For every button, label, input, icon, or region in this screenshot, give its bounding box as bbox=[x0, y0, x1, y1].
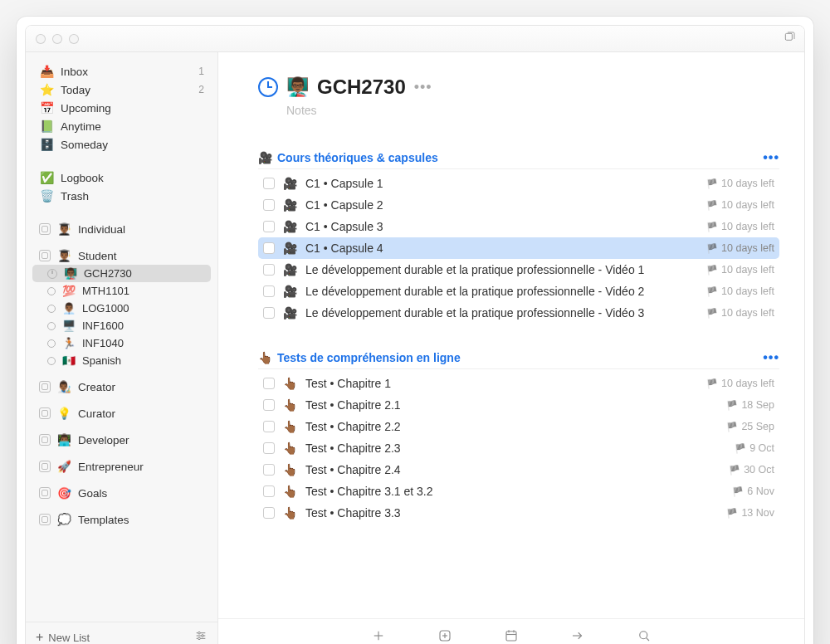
task-row[interactable]: 🎥 C1 • Capsule 4 🏴10 days left bbox=[258, 237, 779, 259]
sidebar-project-mth1101[interactable]: 💯 MTH1101 bbox=[32, 282, 211, 300]
bottom-toolbar bbox=[218, 618, 804, 644]
task-checkbox[interactable] bbox=[263, 421, 275, 432]
area-emoji: 💭 bbox=[57, 513, 71, 526]
window-zoom-button[interactable] bbox=[69, 34, 79, 44]
task-checkbox[interactable] bbox=[263, 442, 275, 454]
sidebar-item-count: 2 bbox=[198, 84, 204, 95]
sidebar-footer: +New List bbox=[26, 622, 217, 644]
sidebar-item-someday[interactable]: 🗄️ Someday bbox=[32, 135, 211, 154]
window-close-button[interactable] bbox=[36, 34, 46, 44]
new-heading-button[interactable] bbox=[437, 627, 453, 644]
sidebar-item-today[interactable]: ⭐ Today 2 bbox=[32, 80, 211, 99]
sidebar-project-inf1600[interactable]: 🖥️ INF1600 bbox=[32, 317, 211, 334]
sidebar-item-inbox[interactable]: 📥 Inbox 1 bbox=[32, 62, 211, 80]
today-icon: ⭐ bbox=[39, 83, 54, 96]
task-checkbox[interactable] bbox=[263, 242, 275, 254]
task-emoji: 👆🏾 bbox=[283, 506, 297, 520]
sidebar-item-trash[interactable]: 🗑️ Trash bbox=[32, 187, 211, 205]
section-heading[interactable]: 🎥Cours théoriques & capsules ••• bbox=[258, 147, 779, 169]
settings-icon[interactable] bbox=[194, 629, 208, 644]
sidebar-project-spanish[interactable]: 🇲🇽 Spanish bbox=[32, 352, 211, 369]
flag-icon: 🏴 bbox=[706, 378, 718, 389]
task-row[interactable]: 👆🏾 Test • Chapitre 2.4 🏴30 Oct bbox=[258, 459, 779, 481]
task-deadline: 🏴10 days left bbox=[706, 285, 774, 297]
search-button[interactable] bbox=[636, 627, 652, 644]
task-checkbox[interactable] bbox=[263, 221, 275, 232]
heading-title: Tests de compréhension en ligne bbox=[277, 351, 461, 364]
flag-icon: 🏴 bbox=[732, 486, 744, 497]
task-checkbox[interactable] bbox=[263, 464, 275, 476]
sidebar-item-upcoming[interactable]: 📅 Upcoming bbox=[32, 99, 211, 117]
inbox-icon: 📥 bbox=[39, 65, 54, 78]
svg-rect-0 bbox=[785, 33, 792, 40]
task-checkbox[interactable] bbox=[263, 378, 275, 389]
flag-icon: 🏴 bbox=[706, 243, 718, 254]
trash-icon: 🗑️ bbox=[39, 189, 54, 202]
task-checkbox[interactable] bbox=[263, 307, 275, 319]
task-row[interactable]: 👆🏾 Test • Chapitre 1 🏴10 days left bbox=[258, 373, 779, 394]
task-checkbox[interactable] bbox=[263, 178, 275, 189]
task-row[interactable]: 👆🏾 Test • Chapitre 2.3 🏴9 Oct bbox=[258, 437, 779, 459]
project-title[interactable]: GCH2730 bbox=[317, 76, 406, 99]
project-emoji: 🏃🏾 bbox=[62, 337, 76, 349]
task-checkbox[interactable] bbox=[263, 399, 275, 411]
sidebar-project-gch2730[interactable]: 👨🏾‍🏫 GCH2730 bbox=[32, 265, 211, 282]
move-button[interactable] bbox=[569, 627, 586, 644]
titlebar bbox=[26, 26, 804, 52]
sidebar-area-curator[interactable]: 💡 Curator bbox=[32, 404, 211, 422]
sidebar-item-label: GCH2730 bbox=[84, 267, 204, 280]
area-icon bbox=[39, 407, 51, 419]
sidebar-area-entrepreneur[interactable]: 🚀 Entrepreneur bbox=[32, 457, 211, 476]
task-row[interactable]: 🎥 C1 • Capsule 3 🏴10 days left bbox=[258, 216, 779, 237]
project-deadline-icon bbox=[47, 269, 57, 279]
section-heading[interactable]: 👆🏾Tests de compréhension en ligne ••• bbox=[258, 347, 779, 369]
sidebar-area-templates[interactable]: 💭 Templates bbox=[32, 510, 211, 529]
task-row[interactable]: 🎥 C1 • Capsule 2 🏴10 days left bbox=[258, 194, 779, 216]
task-title: C1 • Capsule 2 bbox=[305, 198, 698, 212]
new-todo-button[interactable] bbox=[370, 627, 387, 644]
heading-menu-icon[interactable]: ••• bbox=[763, 150, 779, 165]
task-checkbox[interactable] bbox=[263, 264, 275, 276]
task-row[interactable]: 👆🏾 Test • Chapitre 2.2 🏴25 Sep bbox=[258, 416, 779, 437]
sidebar-area-creator[interactable]: 👨🏾‍🎨 Creator bbox=[32, 378, 211, 396]
sidebar-item-anytime[interactable]: 📗 Anytime bbox=[32, 117, 211, 135]
task-row[interactable]: 🎥 Le développement durable et la pratiqu… bbox=[258, 281, 779, 302]
sidebar-area-developer[interactable]: 👨🏾‍💻 Developer bbox=[32, 431, 211, 449]
new-list-button[interactable]: +New List bbox=[36, 630, 90, 645]
task-row[interactable]: 👆🏾 Test • Chapitre 2.1 🏴18 Sep bbox=[258, 394, 779, 416]
window-minimize-button[interactable] bbox=[52, 34, 62, 44]
task-deadline: 🏴10 days left bbox=[706, 178, 774, 189]
task-row[interactable]: 👆🏾 Test • Chapitre 3.1 et 3.2 🏴6 Nov bbox=[258, 481, 779, 502]
task-row[interactable]: 🎥 Le développement durable et la pratiqu… bbox=[258, 259, 779, 281]
sidebar-project-log1000[interactable]: 👨🏾‍💼 LOG1000 bbox=[32, 300, 211, 317]
sidebar-item-label: Templates bbox=[78, 514, 204, 526]
task-checkbox[interactable] bbox=[263, 199, 275, 211]
sidebar-area-student[interactable]: 👨🏾‍🎓 Student bbox=[32, 246, 211, 265]
heading-menu-icon[interactable]: ••• bbox=[763, 350, 779, 365]
sidebar-project-inf1040[interactable]: 🏃🏾 INF1040 bbox=[32, 334, 211, 352]
sidebar-area-goals[interactable]: 🎯 Goals bbox=[32, 484, 211, 502]
task-title: Test • Chapitre 3.3 bbox=[305, 506, 718, 520]
task-checkbox[interactable] bbox=[263, 507, 275, 519]
task-deadline: 🏴10 days left bbox=[706, 307, 774, 319]
project-bullet-icon bbox=[47, 305, 56, 313]
task-title: Test • Chapitre 3.1 et 3.2 bbox=[305, 485, 724, 498]
task-emoji: 🎥 bbox=[283, 285, 297, 298]
task-checkbox[interactable] bbox=[263, 285, 275, 297]
sidebar-item-logbook[interactable]: ✅ Logbook bbox=[32, 168, 211, 187]
notes-field[interactable]: Notes bbox=[286, 104, 779, 117]
flag-icon: 🏴 bbox=[726, 400, 738, 411]
task-row[interactable]: 👆🏾 Test • Chapitre 3.3 🏴13 Nov bbox=[258, 502, 779, 524]
project-emoji: 👨🏾‍🏫 bbox=[64, 267, 77, 280]
when-button[interactable] bbox=[503, 627, 520, 644]
task-emoji: 🎥 bbox=[283, 220, 297, 233]
task-row[interactable]: 🎥 C1 • Capsule 1 🏴10 days left bbox=[258, 173, 779, 194]
area-emoji: 👨🏾‍🎓 bbox=[57, 222, 71, 236]
task-checkbox[interactable] bbox=[263, 485, 275, 497]
task-row[interactable]: 🎥 Le développement durable et la pratiqu… bbox=[258, 302, 779, 324]
sidebar-area-individual[interactable]: 👨🏾‍🎓 Individual bbox=[32, 220, 211, 238]
area-icon bbox=[39, 461, 51, 472]
task-title: Test • Chapitre 2.1 bbox=[305, 398, 718, 412]
project-menu-icon[interactable]: ••• bbox=[414, 79, 432, 96]
new-window-icon[interactable] bbox=[783, 31, 796, 46]
